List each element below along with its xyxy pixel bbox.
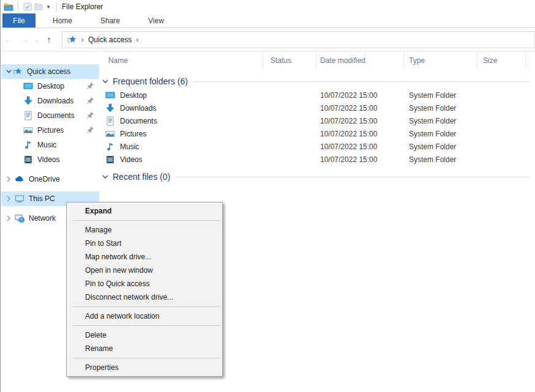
menu-separator bbox=[73, 220, 220, 221]
tab-view[interactable]: View bbox=[137, 13, 175, 28]
onedrive-cloud-icon bbox=[15, 174, 24, 184]
tab-home[interactable]: Home bbox=[42, 13, 83, 28]
sidebar-item-music[interactable]: Music bbox=[1, 138, 99, 152]
videos-icon bbox=[105, 155, 115, 165]
pictures-icon bbox=[105, 129, 115, 139]
menu-item-rename[interactable]: Rename bbox=[67, 342, 222, 355]
sidebar-item-label: Network bbox=[29, 214, 56, 223]
sidebar-item-onedrive[interactable]: OneDrive bbox=[1, 172, 99, 187]
network-icon bbox=[15, 213, 24, 223]
qat-new-folder-button[interactable] bbox=[33, 1, 44, 12]
sidebar-item-quick-access[interactable]: Quick access bbox=[1, 64, 99, 79]
menu-item-add-network-location[interactable]: Add a network location bbox=[67, 309, 222, 323]
pin-icon[interactable] bbox=[86, 126, 94, 134]
sidebar-item-downloads[interactable]: Downloads bbox=[1, 94, 99, 108]
column-header-status[interactable]: Status bbox=[263, 52, 316, 69]
group-rule bbox=[176, 177, 530, 177]
chevron-right-icon[interactable] bbox=[4, 176, 13, 182]
quick-access-star-icon bbox=[67, 35, 77, 45]
chevron-right-icon[interactable] bbox=[4, 215, 13, 221]
breadcrumb-chevron-icon: › bbox=[77, 35, 88, 44]
desktop-icon bbox=[23, 81, 33, 91]
file-date-modified: 10/07/2022 15:00 bbox=[316, 130, 404, 138]
file-row-videos[interactable]: Videos 10/07/2022 15:00 System Folder bbox=[99, 153, 535, 166]
up-button[interactable]: ↑ bbox=[41, 34, 57, 45]
pin-icon[interactable] bbox=[86, 97, 94, 105]
chevron-down-icon[interactable] bbox=[4, 70, 13, 73]
this-pc-context-menu: Expand Manage Pin to Start Map network d… bbox=[66, 202, 223, 377]
back-button[interactable]: ← bbox=[1, 34, 17, 45]
computer-icon bbox=[15, 194, 24, 204]
documents-icon bbox=[105, 116, 115, 126]
sidebar-item-label: OneDrive bbox=[29, 175, 60, 183]
forward-button[interactable]: → bbox=[17, 34, 32, 45]
file-type: System Folder bbox=[404, 142, 477, 151]
breadcrumb-quick-access[interactable]: Quick access bbox=[88, 35, 132, 44]
window-title: File Explorer bbox=[62, 2, 103, 11]
file-row-pictures[interactable]: Pictures 10/07/2022 15:00 System Folder bbox=[99, 127, 535, 140]
column-header-type[interactable]: Type bbox=[404, 52, 477, 69]
file-row-music[interactable]: Music 10/07/2022 15:00 System Folder bbox=[99, 140, 535, 153]
sidebar-item-documents[interactable]: Documents bbox=[1, 108, 99, 123]
sidebar-item-videos[interactable]: Videos bbox=[1, 152, 99, 167]
column-header-size[interactable]: Size bbox=[477, 52, 526, 69]
titlebar-separator bbox=[56, 2, 57, 11]
file-date-modified: 10/07/2022 15:00 bbox=[316, 155, 404, 164]
chevron-right-icon[interactable] bbox=[4, 196, 13, 202]
sidebar-item-pictures[interactable]: Pictures bbox=[1, 123, 99, 138]
tab-share[interactable]: Share bbox=[89, 13, 131, 28]
pin-icon[interactable] bbox=[86, 82, 94, 90]
menu-separator bbox=[73, 358, 220, 358]
menu-item-pin-to-start[interactable]: Pin to Start bbox=[67, 237, 222, 250]
folder-icon bbox=[4, 2, 13, 11]
menu-item-expand[interactable]: Expand bbox=[67, 204, 222, 218]
new-folder-icon bbox=[34, 3, 43, 10]
file-name: Downloads bbox=[120, 104, 156, 113]
pin-icon[interactable] bbox=[86, 111, 94, 119]
file-name: Pictures bbox=[120, 130, 146, 138]
qat-customize-button[interactable]: ▾ bbox=[44, 4, 53, 10]
file-row-documents[interactable]: Documents 10/07/2022 15:00 System Folder bbox=[99, 114, 535, 127]
app-icon[interactable] bbox=[3, 1, 14, 12]
sidebar-item-label: Pictures bbox=[37, 126, 64, 135]
checkmark-icon bbox=[23, 2, 32, 11]
file-explorer-window: ▾ File Explorer File Home Share View ← →… bbox=[0, 0, 535, 392]
menu-item-delete[interactable]: Delete bbox=[67, 328, 222, 342]
menu-item-disconnect-network-drive[interactable]: Disconnect network drive... bbox=[67, 290, 222, 304]
menu-item-map-network-drive[interactable]: Map network drive... bbox=[67, 250, 222, 264]
menu-item-properties[interactable]: Properties bbox=[67, 361, 222, 374]
file-type: System Folder bbox=[404, 117, 477, 125]
column-header-date-modified[interactable]: Date modified bbox=[316, 52, 404, 69]
file-date-modified: 10/07/2022 15:00 bbox=[316, 117, 404, 125]
navigation-bar: ← → ⌄ ↑ › Quick access › bbox=[1, 28, 535, 51]
group-header-label: Recent files (0) bbox=[113, 172, 170, 182]
menu-item-open-in-new-window[interactable]: Open in new window bbox=[67, 264, 222, 277]
pictures-icon bbox=[23, 125, 33, 135]
group-header-frequent-folders[interactable]: Frequent folders (6) bbox=[102, 76, 530, 86]
desktop-icon bbox=[105, 91, 115, 100]
column-headers: Name Status Date modified Type Size bbox=[99, 52, 535, 69]
menu-item-pin-to-quick-access[interactable]: Pin to Quick access bbox=[67, 277, 222, 290]
address-bar[interactable]: › Quick access › bbox=[62, 31, 535, 48]
breadcrumb-chevron-icon: › bbox=[132, 35, 143, 44]
menu-item-manage[interactable]: Manage bbox=[67, 223, 222, 237]
file-type: System Folder bbox=[404, 104, 477, 113]
documents-icon bbox=[23, 111, 33, 120]
quick-access-star-icon bbox=[13, 67, 23, 76]
column-header-name[interactable]: Name bbox=[99, 52, 263, 69]
chevron-down-icon bbox=[102, 80, 108, 84]
file-type: System Folder bbox=[404, 130, 477, 138]
qat-properties-button[interactable] bbox=[22, 1, 33, 12]
file-row-desktop[interactable]: Desktop 10/07/2022 15:00 System Folder bbox=[99, 89, 535, 102]
group-header-recent-files[interactable]: Recent files (0) bbox=[102, 172, 530, 182]
sidebar-item-desktop[interactable]: Desktop bbox=[1, 79, 99, 94]
titlebar-separator bbox=[18, 2, 18, 11]
title-bar: ▾ File Explorer bbox=[1, 0, 535, 13]
recent-locations-button[interactable]: ⌄ bbox=[32, 37, 41, 43]
file-row-downloads[interactable]: Downloads 10/07/2022 15:00 System Folder bbox=[99, 102, 535, 114]
music-icon bbox=[23, 140, 33, 150]
file-type: System Folder bbox=[404, 155, 477, 164]
downloads-icon bbox=[23, 96, 33, 106]
music-icon bbox=[105, 142, 115, 152]
tab-file[interactable]: File bbox=[2, 13, 36, 28]
